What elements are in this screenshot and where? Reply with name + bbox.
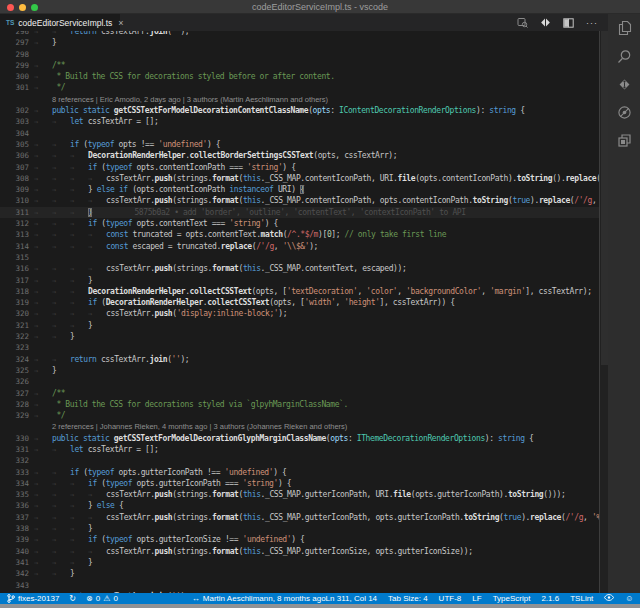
code-line[interactable]: 335→→→→cssTextArr.push(strings.format(th… [0, 489, 599, 500]
close-window-button[interactable] [7, 4, 14, 11]
code-line[interactable]: 308→→→→cssTextArr.push(strings.format(th… [0, 173, 599, 184]
code-line[interactable]: 306→→→DecorationRenderHelper.collectBord… [0, 150, 599, 161]
eol[interactable]: LF [472, 593, 481, 604]
git-blame-item[interactable]: ↔ Martin Aeschlimann, 8 months ago [192, 593, 326, 604]
code-line[interactable]: 305→→if (typeof opts !== 'undefined') { [0, 139, 599, 150]
line-number: 329 [0, 410, 34, 421]
code-line[interactable]: 301→ */ [0, 82, 599, 93]
code-editor[interactable]: 296→→return cssTextArr.join('');297→}298… [0, 31, 608, 593]
code-line[interactable]: 320→→→→cssTextArr.push('display:inline-b… [0, 308, 599, 319]
line-number: 301 [0, 82, 34, 93]
tab-whitespace-icon: → [70, 163, 88, 173]
code-line[interactable]: 327→/** [0, 388, 599, 399]
code-line[interactable]: 318→→→DecorationRenderHelper.collectCSST… [0, 286, 599, 297]
debug-icon[interactable] [608, 98, 640, 126]
code-line[interactable]: 302→public static getCSSTextForModelDeco… [0, 105, 599, 116]
code-line[interactable]: 300→ * Build the CSS for decorations sty… [0, 71, 599, 82]
tab-whitespace-icon: → [34, 468, 52, 478]
cursor-position[interactable]: Ln 311, Col 14 [326, 593, 377, 604]
eye-icon[interactable] [604, 593, 614, 604]
code-line[interactable]: 338→→→} [0, 523, 599, 534]
close-tab-icon[interactable]: × [118, 18, 123, 28]
codelens-line[interactable]: 8 references | Eric Amodio, 2 days ago |… [0, 94, 599, 105]
problems-item[interactable]: ⊗ 0 ⚠ 0 [86, 593, 118, 604]
code-line[interactable]: 304 [0, 128, 599, 139]
code-line[interactable]: 310→→→→cssTextArr.push(strings.format(th… [0, 195, 599, 206]
tab-whitespace-icon: → [52, 535, 70, 545]
line-number: 304 [0, 128, 34, 139]
language-mode[interactable]: TypeScript [493, 593, 531, 604]
ts-version[interactable]: 2.1.6 [541, 593, 559, 604]
encoding[interactable]: UTF-8 [439, 593, 462, 604]
code-line[interactable]: 323 [0, 342, 599, 353]
open-preview-icon[interactable] [517, 17, 528, 28]
code-line[interactable]: 326 [0, 376, 599, 387]
codelens-line[interactable]: 2 references | Johannes Rieken, 4 months… [0, 421, 599, 432]
feedback-smiley-icon[interactable]: ☺ [625, 593, 633, 604]
tab-whitespace-icon: → [34, 298, 52, 308]
scrollbar-thumb[interactable] [601, 31, 608, 365]
tab-whitespace-icon: → [34, 151, 52, 161]
code-line[interactable]: 343 [0, 580, 599, 591]
code-line[interactable]: 331→→let cssTextArr = []; [0, 444, 599, 455]
code-line[interactable]: 313→→→→const truncated = opts.contentTex… [0, 229, 599, 240]
code-line[interactable]: 329→ */ [0, 410, 599, 421]
more-actions-icon[interactable]: ··· [586, 18, 598, 28]
code-line[interactable]: 339→→→if (typeof opts.gutterIconSize !==… [0, 534, 599, 545]
code-line[interactable]: 314→→→→const escaped = truncated.replace… [0, 241, 599, 252]
status-right: Ln 311, Col 14 Tab Size: 4 UTF-8 LF Type… [326, 593, 634, 604]
code-line[interactable]: 299→/** [0, 60, 599, 71]
minimize-window-button[interactable] [19, 4, 26, 11]
vscode-window: codeEditorServiceImpl.ts - vscode TS cod… [0, 0, 640, 608]
tab-whitespace-icon: → [88, 174, 106, 184]
code-line[interactable]: 324→→return cssTextArr.join(''); [0, 354, 599, 365]
code-line[interactable]: 307→→→if (typeof opts.contentIconPath ==… [0, 162, 599, 173]
search-icon[interactable] [608, 42, 640, 70]
tslint-status[interactable]: TSLint [570, 593, 593, 604]
code-line[interactable]: 333→→if (typeof opts.gutterIconPath !== … [0, 467, 599, 478]
line-number: 303 [0, 116, 34, 127]
code-line[interactable]: 321→→→} [0, 320, 599, 331]
tab-whitespace-icon: → [70, 547, 88, 557]
code-line[interactable]: 341→→→} [0, 557, 599, 568]
code-line[interactable]: 336→→→} else { [0, 500, 599, 511]
editor-scrollbar[interactable] [599, 31, 608, 593]
source-control-icon[interactable] [608, 70, 640, 98]
code-line[interactable]: 334→→→if (typeof opts.gutterIconPath ===… [0, 478, 599, 489]
code-line[interactable]: 325→} [0, 365, 599, 376]
tab-size[interactable]: Tab Size: 4 [388, 593, 428, 604]
line-number: 313 [0, 229, 34, 240]
extensions-icon[interactable] [608, 126, 640, 154]
zoom-window-button[interactable] [31, 4, 38, 11]
title-bar: codeEditorServiceImpl.ts - vscode [0, 0, 640, 14]
line-number: 316 [0, 263, 34, 274]
code-line[interactable]: 317→→→} [0, 275, 599, 286]
tab-whitespace-icon: → [88, 264, 106, 274]
code-line[interactable]: 344→→return cssTextArr.join(''); [0, 591, 599, 593]
code-line[interactable]: 332 [0, 455, 599, 466]
code-line[interactable]: 342→→} [0, 568, 599, 579]
code-line[interactable]: 330→public static getCSSTextForModelDeco… [0, 433, 599, 444]
git-branch-item[interactable]: fixes-20137 [7, 593, 59, 604]
code-line[interactable]: 322→→} [0, 331, 599, 342]
code-line[interactable]: 315 [0, 252, 599, 263]
code-line[interactable]: 340→→→→cssTextArr.push(strings.format(th… [0, 546, 599, 557]
code-line[interactable]: 312→→→if (typeof opts.contentText === 's… [0, 218, 599, 229]
code-line[interactable]: 316→→→→cssTextArr.push(strings.format(th… [0, 263, 599, 274]
explorer-icon[interactable] [608, 14, 640, 42]
code-line[interactable]: 309→→→} else if (opts.contentIconPath in… [0, 184, 599, 195]
split-editor-icon[interactable] [563, 18, 574, 28]
code-line[interactable]: 297→} [0, 37, 599, 48]
code-line[interactable]: 328→ * Build the CSS for decorations sty… [0, 399, 599, 410]
code-line[interactable]: 303→→let cssTextArr = []; [0, 116, 599, 127]
tab-codeeditorserviceimpl[interactable]: TS codeEditorServiceImpl.ts × [0, 14, 120, 31]
line-number: 309 [0, 184, 34, 195]
sync-item[interactable]: ↻ [69, 593, 76, 604]
code-line[interactable]: 337→→→→cssTextArr.push(strings.format(th… [0, 512, 599, 523]
line-number: 302 [0, 105, 34, 116]
open-changes-icon[interactable] [540, 17, 551, 28]
code-line[interactable]: 298 [0, 49, 599, 60]
line-number: 334 [0, 478, 34, 489]
code-line[interactable]: 311→→→}5875b0a2 • add 'border', 'outline… [0, 207, 599, 218]
code-line[interactable]: 319→→→if (DecorationRenderHelper.collect… [0, 297, 599, 308]
